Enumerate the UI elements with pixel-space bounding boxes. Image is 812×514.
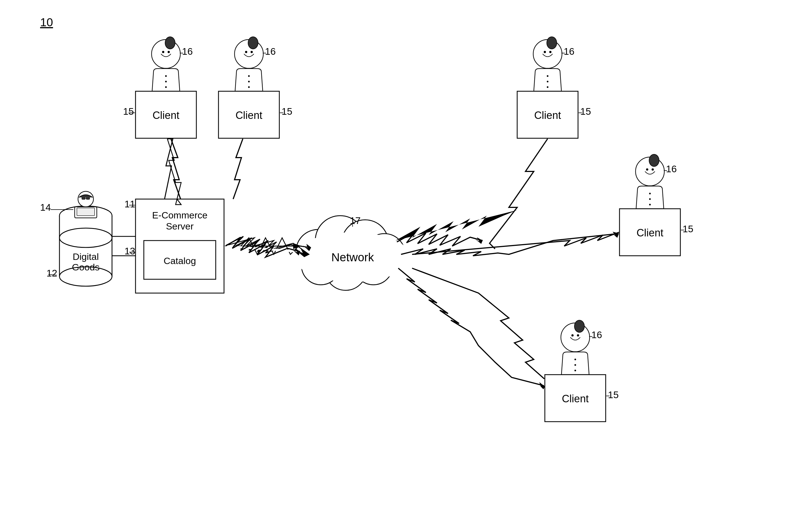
person-rightbottom [561,320,590,375]
svg-point-29 [165,81,167,82]
svg-point-44 [547,86,548,88]
svg-point-6 [78,191,93,207]
svg-point-56 [574,359,576,360]
diagram: 10 Digital Goods 12 14 E- [0,0,812,514]
ref-15-tc: 15 [282,106,292,117]
network-label: Network [331,251,374,264]
svg-point-27 [168,51,170,53]
svg-point-51 [649,204,651,206]
svg-rect-11 [77,208,94,216]
person-righttop [533,37,562,91]
ecommerce-label2: Server [166,221,194,232]
svg-point-47 [646,169,648,171]
svg-point-32 [248,37,258,49]
ref-16-rm: 16 [666,163,677,174]
ref-12: 12 [47,268,57,278]
ref-16-tl: 16 [182,46,193,57]
network-cloud: Network [294,216,411,290]
svg-point-40 [544,51,546,53]
client-label-topcenter: Client [235,110,262,121]
svg-point-37 [248,86,250,88]
svg-point-39 [547,37,557,49]
person-rightmiddle [636,154,664,209]
ref-14: 14 [40,202,51,213]
ecommerce-label1: E-Commerce [152,210,207,220]
person-topcenter [234,37,263,91]
bolt-rightbottom [412,268,544,379]
catalog-label: Catalog [164,255,196,266]
svg-rect-7 [82,197,85,199]
svg-point-30 [165,86,167,88]
svg-point-34 [251,51,253,53]
svg-point-25 [165,37,175,49]
svg-point-26 [162,51,164,53]
svg-point-48 [651,169,654,171]
digital-goods-label: Digital [73,251,99,262]
svg-point-43 [547,81,548,82]
svg-point-58 [574,370,576,371]
ref-15-tl: 15 [123,106,134,117]
svg-point-46 [649,154,659,167]
svg-marker-63 [537,382,545,389]
svg-point-33 [245,51,247,53]
ref-13: 13 [124,245,135,256]
client-label-topleft: Client [152,110,179,121]
svg-point-50 [649,198,651,200]
digital-goods-label2: Goods [72,262,99,272]
ref-17: 17 [350,215,360,226]
client-label-rightbottom: Client [562,393,589,404]
svg-point-28 [165,75,167,77]
svg-rect-8 [86,197,90,199]
network-to-righttop [396,210,517,246]
svg-point-41 [549,51,551,53]
ref-15-rm: 15 [683,223,693,234]
client-label-righttop: Client [534,110,561,121]
bolt-righttop [490,139,548,249]
svg-point-36 [248,81,250,82]
svg-point-35 [248,75,250,77]
ref-11: 11 [124,199,135,209]
svg-point-57 [574,364,576,366]
server-to-network-connection [225,237,300,257]
diagram-svg: 10 Digital Goods 12 14 E- [0,0,812,514]
svg-point-49 [649,193,651,194]
ref-10: 10 [40,16,53,29]
ref-16-tc: 16 [265,46,276,57]
person-topleft [151,37,180,91]
ref-15-rb: 15 [608,389,619,400]
svg-point-53 [574,320,584,332]
svg-point-42 [547,75,548,77]
ref-15-rt: 15 [580,106,591,117]
ref-16-rt: 16 [563,46,574,57]
client-label-rightmiddle: Client [636,227,664,239]
svg-point-5 [59,228,112,247]
svg-marker-61 [475,237,483,244]
ref-16-rb: 16 [591,329,602,340]
svg-point-54 [571,334,574,336]
bolt-right [233,139,243,199]
svg-point-55 [577,334,579,336]
network-to-rightbottom [398,268,545,389]
